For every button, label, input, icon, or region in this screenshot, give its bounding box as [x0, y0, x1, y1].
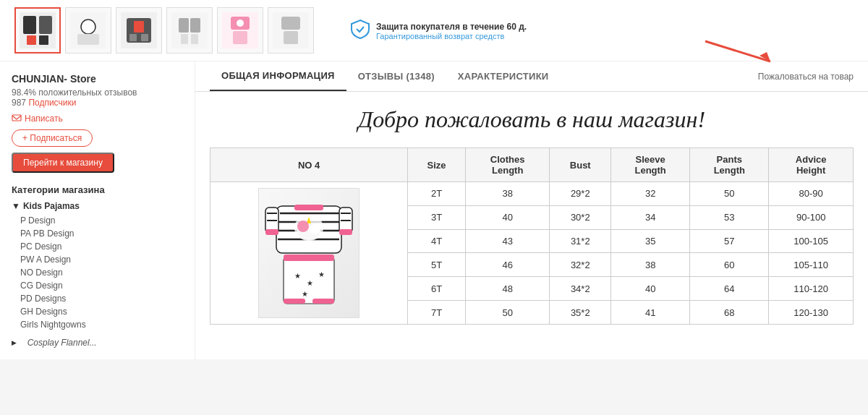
category-cg-design[interactable]: CG Design	[12, 279, 183, 292]
cosplay-flannel-label[interactable]: Cosplay Flannel...	[19, 336, 97, 349]
svg-rect-13	[171, 12, 208, 48]
red-arrow-icon	[698, 34, 792, 67]
table-product-no: NO 4	[210, 148, 408, 182]
cell-clothes-length: 43	[465, 229, 550, 253]
cell-sleeve-length: 34	[611, 205, 690, 229]
col-sleeve-length: SleeveLength	[611, 148, 690, 182]
category-pd-designs[interactable]: PD Designs	[12, 292, 183, 305]
main-layout: CHUNJIAN- Store 98.4% положительных отзы…	[0, 61, 868, 359]
category-girls-nightgowns[interactable]: Girls Nightgowns	[12, 318, 183, 331]
category-subgroup: ▸ Cosplay Flannel...	[12, 337, 183, 348]
cell-size: 6T	[408, 277, 466, 301]
cell-size: 5T	[408, 253, 466, 277]
product-image-cell: ★ ★ ★ ★	[210, 182, 408, 325]
category-no-design[interactable]: NO Design	[12, 266, 183, 279]
svg-text:★: ★	[307, 279, 313, 287]
cell-sleeve-length: 35	[611, 229, 690, 253]
cell-size: 7T	[408, 301, 466, 325]
triangle-icon: ▼	[12, 201, 20, 211]
thumbnail-6[interactable]	[268, 7, 314, 54]
svg-text:★: ★	[318, 270, 325, 278]
thumbnail-1[interactable]	[14, 7, 61, 54]
protection-subtitle: Гарантированный возврат средств	[376, 32, 527, 40]
svg-rect-2	[39, 16, 52, 34]
svg-point-6	[81, 20, 95, 34]
report-link[interactable]: Пожаловаться на товар	[758, 72, 854, 82]
col-pants-length: PantsLength	[690, 148, 769, 182]
tab-specs[interactable]: ХАРАКТЕРИСТИКИ	[446, 62, 561, 90]
cell-size: 4T	[408, 229, 466, 253]
tab-general-info[interactable]: ОБЩАЯ ИНФОРМАЦИЯ	[210, 61, 346, 91]
svg-rect-41	[294, 205, 323, 210]
svg-rect-11	[129, 34, 137, 41]
store-name: CHUNJIAN- Store	[12, 73, 183, 85]
tab-reviews-label: ОТЗЫВЫ (1348)	[358, 71, 435, 82]
followers-link[interactable]: Подписчики	[28, 98, 76, 108]
cell-pants-length: 57	[690, 229, 769, 253]
col-size: Size	[408, 148, 466, 182]
buyer-protection: Защита покупателя в течение 60 д. Гарант…	[350, 19, 527, 43]
svg-point-45	[297, 221, 309, 232]
cell-sleeve-length: 32	[611, 182, 690, 206]
svg-rect-24	[284, 31, 298, 44]
cell-pants-length: 53	[690, 205, 769, 229]
svg-rect-15	[190, 18, 200, 33]
category-pc-design[interactable]: PC Design	[12, 240, 183, 253]
svg-rect-16	[181, 34, 188, 44]
cell-sleeve-length: 41	[611, 301, 690, 325]
category-gh-designs[interactable]: GH Designs	[12, 305, 183, 318]
cell-sleeve-length: 38	[611, 253, 690, 277]
cell-bust: 32*2	[550, 253, 611, 277]
protection-text: Защита покупателя в течение 60 д. Гарант…	[376, 21, 527, 40]
message-icon	[12, 114, 22, 124]
product-no-value: NO 4	[298, 160, 320, 171]
protection-title: Защита покупателя в течение 60 д.	[376, 22, 527, 32]
svg-rect-14	[179, 18, 189, 33]
followers-count: 987	[12, 98, 26, 108]
cell-pants-length: 64	[690, 277, 769, 301]
category-group-label: ▼ Kids Pajamas	[12, 201, 183, 211]
category-pw-a-design[interactable]: PW A Design	[12, 253, 183, 266]
cell-bust: 35*2	[550, 301, 611, 325]
svg-rect-25	[12, 115, 21, 121]
message-link[interactable]: Написать	[12, 114, 183, 124]
red-arrow-annotation	[698, 34, 792, 69]
category-p-design[interactable]: P Design	[12, 214, 183, 227]
cell-sleeve-length: 40	[611, 277, 690, 301]
svg-rect-54	[312, 299, 334, 304]
visit-store-button[interactable]: Перейти к магазину	[12, 153, 114, 173]
thumbnail-3[interactable]	[116, 7, 162, 54]
cell-clothes-length: 50	[465, 301, 550, 325]
cell-advice-height: 80-90	[769, 182, 854, 206]
cell-bust: 30*2	[550, 205, 611, 229]
cell-bust: 29*2	[550, 182, 611, 206]
cell-advice-height: 110-120	[769, 277, 854, 301]
category-list: P Design PA PB Design PC Design PW A Des…	[12, 214, 183, 331]
svg-rect-17	[191, 34, 198, 44]
category-group-name: Kids Pajamas	[23, 201, 80, 211]
cell-size: 2T	[408, 182, 466, 206]
col-advice-height: AdviceHeight	[769, 148, 854, 182]
svg-rect-7	[77, 34, 99, 45]
svg-rect-10	[134, 21, 144, 33]
cell-clothes-length: 40	[465, 205, 550, 229]
cell-clothes-length: 46	[465, 253, 550, 277]
cell-pants-length: 50	[690, 182, 769, 206]
thumbnail-4[interactable]	[166, 7, 213, 54]
category-pa-pb-design[interactable]: PA PB Design	[12, 227, 183, 240]
col-bust: Bust	[550, 148, 611, 182]
tabs-area: ОБЩАЯ ИНФОРМАЦИЯ ОТЗЫВЫ (1348) ХАРАКТЕРИ…	[195, 61, 868, 92]
cell-bust: 34*2	[550, 277, 611, 301]
cell-pants-length: 68	[690, 301, 769, 325]
cell-advice-height: 100-105	[769, 229, 854, 253]
thumbnail-2[interactable]	[65, 7, 111, 54]
store-followers: 987 Подписчики	[12, 98, 183, 108]
tab-reviews[interactable]: ОТЗЫВЫ (1348)	[346, 62, 446, 90]
svg-line-26	[705, 41, 770, 61]
svg-rect-23	[281, 17, 300, 30]
subscribe-button[interactable]: + Подписаться	[12, 129, 93, 147]
svg-point-46	[310, 224, 320, 234]
svg-text:★: ★	[294, 272, 301, 280]
thumbnail-5[interactable]	[217, 7, 263, 54]
message-label: Написать	[25, 114, 63, 124]
